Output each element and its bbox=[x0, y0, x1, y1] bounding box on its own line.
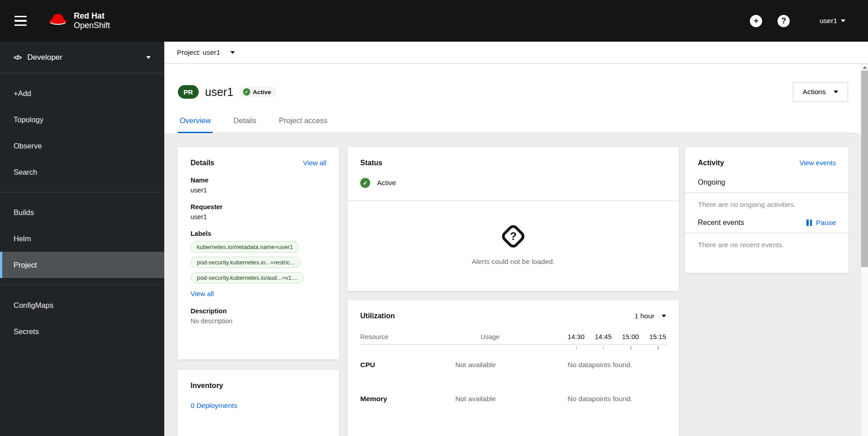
sidebar-item-search[interactable]: Search bbox=[0, 159, 164, 185]
user-menu-label: user1 bbox=[820, 17, 837, 25]
description-value: No description bbox=[191, 317, 326, 325]
pause-icon bbox=[806, 220, 812, 226]
status-value: Active bbox=[377, 179, 396, 187]
label-pill[interactable]: kubernetes.io/metadata.name=user1 bbox=[191, 241, 299, 253]
nav-toggle-hamburger-icon[interactable] bbox=[14, 16, 27, 26]
brand-name-line2: OpenShift bbox=[74, 21, 110, 30]
alerts-empty-message: Alerts could not be loaded. bbox=[472, 258, 555, 266]
status-badge-label: Active bbox=[253, 89, 272, 96]
sidebar-item-configmaps[interactable]: ConfigMaps bbox=[0, 292, 164, 318]
perspective-switcher[interactable]: </> Developer bbox=[0, 42, 164, 73]
chevron-down-icon[interactable] bbox=[230, 51, 235, 54]
perspective-label: Developer bbox=[27, 53, 62, 62]
sidebar-item-project[interactable]: Project bbox=[0, 252, 164, 278]
ongoing-empty-message: There are no ongoing activities. bbox=[685, 193, 849, 216]
chevron-down-icon bbox=[146, 56, 151, 59]
utilization-card: Utilization 1 hour Resource Usage 14:30 … bbox=[348, 300, 679, 436]
inventory-card-title: Inventory bbox=[191, 382, 326, 390]
duration-dropdown-label: 1 hour bbox=[634, 312, 654, 320]
overview-dashboard: Details View all Name user1 Requester us… bbox=[164, 133, 868, 436]
page-header: PR user1 ✓ Active Actions Overview Detai… bbox=[164, 64, 868, 133]
sidebar-item-secrets[interactable]: Secrets bbox=[0, 318, 164, 345]
time-tick-label: 15:15 bbox=[649, 333, 666, 340]
resource-name: Memory bbox=[360, 395, 455, 403]
scroll-up-arrow-icon[interactable] bbox=[863, 66, 867, 69]
utilization-row-memory: Memory Not available No datapoints found… bbox=[360, 395, 666, 403]
tab-project-access[interactable]: Project access bbox=[277, 115, 329, 133]
resource-column-header: Resource bbox=[360, 333, 455, 340]
sidebar-item-builds[interactable]: Builds bbox=[0, 199, 164, 225]
quick-create-plus-icon[interactable]: + bbox=[750, 15, 762, 27]
masthead: Red Hat OpenShift + ? user1 bbox=[0, 0, 868, 42]
actions-button-label: Actions bbox=[803, 88, 826, 96]
unknown-state-icon: ? bbox=[500, 223, 526, 249]
project-selector-label[interactable]: Project: user1 bbox=[177, 48, 220, 57]
requester-label: Requester bbox=[191, 203, 326, 211]
duration-dropdown[interactable]: 1 hour bbox=[634, 312, 666, 320]
sidebar-item-helm[interactable]: Helm bbox=[0, 225, 164, 252]
recent-events-label: Recent events bbox=[698, 219, 744, 227]
project-selector-bar: Project: user1 bbox=[164, 42, 868, 64]
page-title: user1 bbox=[205, 86, 234, 99]
time-tick-label: 15:00 bbox=[622, 333, 639, 340]
user-menu[interactable]: user1 bbox=[820, 17, 845, 25]
code-icon: </> bbox=[14, 54, 21, 61]
tab-bar: Overview Details Project access bbox=[178, 115, 854, 133]
details-card: Details View all Name user1 Requester us… bbox=[178, 147, 339, 359]
sidebar-item-add[interactable]: +Add bbox=[0, 80, 164, 106]
actions-button[interactable]: Actions bbox=[793, 82, 848, 102]
status-badge: ✓ Active bbox=[240, 86, 277, 97]
brand-logo[interactable]: Red Hat OpenShift bbox=[48, 11, 110, 30]
name-value: user1 bbox=[191, 187, 326, 194]
time-tick-label: 14:45 bbox=[595, 333, 612, 340]
usage-column-header: Usage bbox=[455, 333, 559, 340]
status-card-title: Status bbox=[360, 159, 666, 167]
chevron-down-icon bbox=[834, 91, 838, 93]
label-pill[interactable]: pod-security.kubernetes.io/aud...=v1.... bbox=[191, 272, 304, 283]
utilization-row-cpu: CPU Not available No datapoints found. bbox=[360, 361, 666, 369]
tab-overview[interactable]: Overview bbox=[178, 115, 213, 133]
vertical-scrollbar[interactable] bbox=[861, 64, 868, 436]
time-axis: 14:30 14:45 15:00 15:15 bbox=[559, 333, 666, 340]
project-resource-badge: PR bbox=[178, 85, 199, 99]
pause-button-label: Pause bbox=[816, 219, 836, 227]
brand-name-line1: Red Hat bbox=[74, 11, 110, 21]
recent-empty-message: There are no recent events. bbox=[685, 233, 849, 256]
pause-events-button[interactable]: Pause bbox=[806, 219, 836, 227]
details-view-all-link[interactable]: View all bbox=[303, 159, 326, 167]
chevron-down-icon bbox=[662, 315, 666, 317]
sidebar-item-topology[interactable]: Topology bbox=[0, 106, 164, 133]
scrollbar-thumb[interactable] bbox=[861, 71, 868, 267]
main-area: Project: user1 PR user1 ✓ Active Actions… bbox=[164, 42, 868, 436]
datapoints-message: No datapoints found. bbox=[559, 395, 666, 403]
name-label: Name bbox=[191, 177, 326, 184]
sidebar-nav: </> Developer +Add Topology Observe Sear… bbox=[0, 42, 164, 436]
deployments-link[interactable]: 0 Deployments bbox=[191, 402, 237, 410]
ongoing-section-label: Ongoing bbox=[698, 178, 836, 192]
usage-value: Not available bbox=[455, 395, 559, 403]
requester-value: user1 bbox=[191, 213, 326, 220]
description-label: Description bbox=[191, 307, 326, 315]
label-pill[interactable]: pod-security.kubernetes.io...=restric... bbox=[191, 257, 301, 268]
redhat-fedora-icon bbox=[48, 12, 68, 29]
tab-details[interactable]: Details bbox=[232, 115, 258, 133]
view-events-link[interactable]: View events bbox=[799, 159, 836, 167]
sidebar-item-observe[interactable]: Observe bbox=[0, 133, 164, 159]
help-icon[interactable]: ? bbox=[777, 15, 790, 27]
utilization-card-title: Utilization bbox=[360, 312, 395, 320]
activity-card: Activity View events Ongoing There are n… bbox=[685, 147, 849, 273]
check-circle-icon: ✓ bbox=[360, 178, 370, 188]
labels-view-all-link[interactable]: View all bbox=[191, 290, 214, 297]
check-circle-icon: ✓ bbox=[243, 88, 250, 96]
status-card: Status ✓ Active ? Alerts could not be lo… bbox=[348, 147, 679, 291]
labels-label: Labels bbox=[191, 230, 326, 237]
resource-name: CPU bbox=[360, 361, 455, 369]
activity-card-title: Activity bbox=[698, 159, 724, 167]
inventory-card: Inventory 0 Deployments bbox=[178, 370, 339, 436]
usage-value: Not available bbox=[455, 361, 559, 369]
details-card-title: Details bbox=[191, 159, 214, 167]
datapoints-message: No datapoints found. bbox=[559, 361, 666, 369]
chevron-down-icon bbox=[841, 19, 845, 22]
time-tick-label: 14:30 bbox=[568, 333, 585, 340]
